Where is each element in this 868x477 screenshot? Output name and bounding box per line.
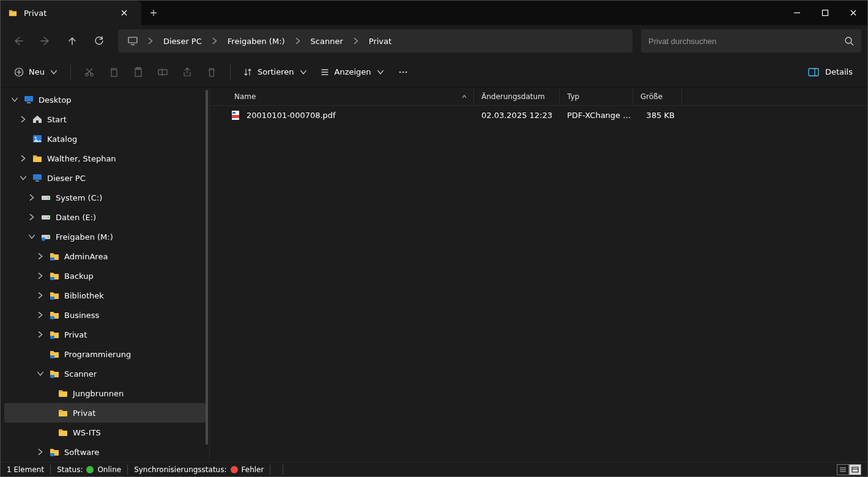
breadcrumb-item-1[interactable]: Freigaben (M:) <box>221 29 291 53</box>
tree-item[interactable]: Dieser PC <box>1 168 209 188</box>
pdf-icon <box>231 110 240 120</box>
new-tab-button[interactable] <box>141 1 166 25</box>
tree-item-label: Start <box>47 115 67 124</box>
tree-item-label: AdminArea <box>64 252 108 261</box>
tree-item[interactable]: Software <box>1 442 209 462</box>
chevron-right-icon[interactable] <box>36 272 45 280</box>
minimize-button[interactable] <box>783 1 811 25</box>
chevron-right-icon[interactable] <box>19 154 28 163</box>
chevron-right-icon[interactable] <box>292 37 303 45</box>
details-label: Details <box>825 67 853 76</box>
chevron-right-icon[interactable] <box>36 330 45 339</box>
col-date-label: Änderungsdatum <box>481 92 545 101</box>
search-input[interactable] <box>648 37 844 46</box>
tree-item[interactable]: Daten (E:) <box>1 207 209 227</box>
chevron-right-icon[interactable] <box>36 448 45 456</box>
tree-item[interactable]: WS-ITS <box>1 423 209 442</box>
tab-active[interactable]: Privat <box>1 1 141 25</box>
col-name[interactable]: Name <box>210 87 474 105</box>
tree-item-label: Katalog <box>47 135 77 144</box>
file-list[interactable]: 20010101-000708.pdf 02.03.2025 12:23 PDF… <box>210 106 867 462</box>
more-button[interactable] <box>392 62 414 83</box>
new-button[interactable]: Neu <box>9 62 63 83</box>
breadcrumb-root[interactable] <box>122 29 144 53</box>
tree-item[interactable]: Freigaben (M:) <box>1 227 209 246</box>
breadcrumb-item-3[interactable]: Privat <box>363 29 398 53</box>
chevron-right-icon[interactable] <box>351 37 362 45</box>
nav-tree[interactable]: DesktopStartKatalogWalther, StephanDiese… <box>1 87 210 462</box>
share-icon <box>182 67 193 78</box>
chevron-down-icon[interactable] <box>28 232 36 241</box>
svg-point-17 <box>845 37 851 43</box>
chevron-down-icon[interactable] <box>19 174 28 182</box>
tree-item-label: Walther, Stephan <box>47 154 116 163</box>
breadcrumb-item-0[interactable]: Dieser PC <box>157 29 208 53</box>
monitor-icon <box>24 95 34 105</box>
chevron-down-icon[interactable] <box>36 369 45 378</box>
tree-item[interactable]: Privat <box>1 325 209 344</box>
cut-button[interactable] <box>78 62 100 83</box>
rename-button[interactable] <box>152 62 174 83</box>
chevron-right-icon[interactable] <box>145 37 156 45</box>
separator <box>230 65 231 80</box>
view-button[interactable]: Anzeigen <box>315 62 390 83</box>
sharefolder-icon <box>50 330 59 339</box>
breadcrumb[interactable]: Dieser PC Freigaben (M:) Scanner Privat <box>118 29 632 53</box>
nav-forward-button[interactable] <box>34 30 57 52</box>
copy-button[interactable] <box>103 62 125 83</box>
tree-item[interactable]: Backup <box>1 266 209 286</box>
nav-up-button[interactable] <box>61 30 84 52</box>
view-label: Anzeigen <box>335 67 371 76</box>
file-row[interactable]: 20010101-000708.pdf 02.03.2025 12:23 PDF… <box>210 106 867 124</box>
tree-item[interactable]: Katalog <box>1 129 209 149</box>
ellipsis-icon <box>398 67 409 78</box>
sharefolder-icon <box>50 271 59 281</box>
tree-item[interactable]: Privat <box>4 403 206 423</box>
chevron-right-icon[interactable] <box>19 115 28 124</box>
maximize-button[interactable] <box>811 1 839 25</box>
tree-item[interactable]: Business <box>1 305 209 325</box>
col-type[interactable]: Typ <box>560 87 633 105</box>
chevron-right-icon[interactable] <box>28 193 36 202</box>
chevron-right-icon[interactable] <box>28 213 36 221</box>
chevron-right-icon[interactable] <box>209 37 220 45</box>
nav-refresh-button[interactable] <box>87 30 111 52</box>
chevron-right-icon[interactable] <box>36 252 45 261</box>
tree-item[interactable]: Walther, Stephan <box>1 149 209 168</box>
status-dot-green-icon <box>86 466 94 473</box>
tree-item[interactable]: System (C:) <box>1 188 209 207</box>
tree-item[interactable]: Start <box>1 109 209 129</box>
col-date[interactable]: Änderungsdatum <box>474 87 560 105</box>
plus-circle-icon <box>14 67 24 77</box>
tree-item[interactable]: Bibliothek <box>1 286 209 305</box>
tree-item[interactable]: AdminArea <box>1 246 209 266</box>
details-pane-button[interactable]: Details <box>802 62 859 83</box>
tree-item[interactable]: Scanner <box>1 364 209 383</box>
status-sync: Synchronisierungsstatus: Fehler <box>128 465 270 475</box>
nav-back-button[interactable] <box>7 30 30 52</box>
col-size[interactable]: Größe <box>633 87 682 105</box>
tree-item-label: Privat <box>73 409 95 418</box>
paste-button[interactable] <box>127 62 149 83</box>
chevron-down-icon[interactable] <box>10 95 19 104</box>
delete-button[interactable] <box>201 62 223 83</box>
cut-icon <box>84 67 95 78</box>
toolbar: Neu Sortieren Anzeigen Details <box>1 57 867 87</box>
view-details-button[interactable] <box>849 464 861 475</box>
tree-item[interactable]: Programmierung <box>1 344 209 364</box>
chevron-right-icon[interactable] <box>36 291 45 300</box>
chevron-down-icon <box>376 68 385 76</box>
search-box[interactable] <box>641 29 861 53</box>
separator <box>70 65 71 80</box>
share-button[interactable] <box>176 62 198 83</box>
close-window-button[interactable] <box>839 1 867 25</box>
chevron-right-icon[interactable] <box>36 311 45 319</box>
sort-button[interactable]: Sortieren <box>238 62 313 83</box>
sharefolder-icon <box>50 290 59 300</box>
tree-item[interactable]: Jungbrunnen <box>1 383 209 403</box>
tree-item[interactable]: Desktop <box>1 90 209 109</box>
details-pane-icon <box>808 68 819 76</box>
view-list-button[interactable] <box>837 464 849 475</box>
tab-close-button[interactable] <box>116 4 133 21</box>
breadcrumb-item-2[interactable]: Scanner <box>305 29 349 53</box>
